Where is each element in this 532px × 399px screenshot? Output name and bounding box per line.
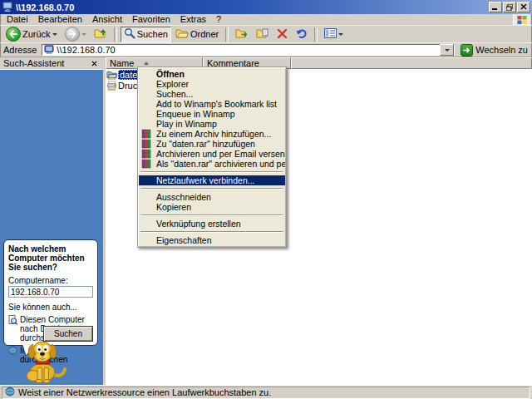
dropdown-arrow-icon xyxy=(445,49,450,52)
search-question: Nach welchem Computer möchten Sie suchen… xyxy=(8,244,93,272)
up-folder-icon xyxy=(94,27,107,41)
context-menu-item-copy[interactable]: Kopieren xyxy=(139,202,285,212)
menu-item-label: Zu einem Archiv hinzufügen... xyxy=(156,129,271,139)
go-icon xyxy=(461,44,473,57)
toolbar-separator xyxy=(314,27,318,42)
folders-label: Ordner xyxy=(190,29,219,39)
menu-separator xyxy=(140,231,283,233)
winrar-icon xyxy=(141,159,151,169)
copy-to-icon xyxy=(256,28,269,41)
address-bar: Adresse \\192.168.0.70 Wechseln zu xyxy=(0,42,532,57)
views-dropdown-icon xyxy=(338,33,343,36)
toolbar-separator xyxy=(114,27,117,42)
menu-item-label: Kopieren xyxy=(156,202,191,212)
context-menu-item-add-to-archive[interactable]: Zu einem Archiv hinzufügen... xyxy=(139,129,285,139)
search-assistant-title: Such-Assistent xyxy=(3,58,64,68)
status-text: Weist einer Netzwerkressource einen Lauf… xyxy=(18,387,271,397)
column-name-label: Name xyxy=(110,58,134,68)
context-menu: Öffnen Explorer Suchen... Add to Winamp'… xyxy=(137,66,287,248)
context-menu-item-archive-as-daten-rar-and-email[interactable]: Als "daten.rar" archivieren und per Emai… xyxy=(139,159,285,169)
address-value[interactable]: \\192.168.0.70 xyxy=(57,45,440,55)
window-title: \\192.168.0.70 xyxy=(16,2,488,12)
menu-extras[interactable]: Extras xyxy=(175,14,211,25)
menu-bar: Datei Bearbeiten Ansicht Favoriten Extra… xyxy=(0,14,532,25)
menu-hilfe[interactable]: ? xyxy=(211,14,226,25)
search-file-icon xyxy=(8,315,17,327)
menu-item-label: Ausschneiden xyxy=(156,192,211,202)
menu-item-label: Eigenschaften xyxy=(156,235,212,245)
restore-button[interactable] xyxy=(503,2,516,12)
menu-ansicht[interactable]: Ansicht xyxy=(87,14,127,25)
context-menu-item-map-network-drive[interactable]: Netzlaufwerk verbinden... xyxy=(139,175,285,185)
windows-logo-icon xyxy=(513,14,530,25)
dog-assistant[interactable] xyxy=(10,340,75,385)
back-button[interactable]: Zurück xyxy=(2,27,61,42)
computername-input[interactable] xyxy=(8,286,93,298)
context-menu-item-archive-and-email[interactable]: Archivieren und per Email versenden... xyxy=(139,149,285,159)
context-menu-item-open[interactable]: Öffnen xyxy=(139,69,285,79)
menu-item-label: Suchen... xyxy=(156,89,193,99)
menu-separator xyxy=(140,214,283,216)
globe-icon xyxy=(5,387,15,398)
menu-favoriten[interactable]: Favoriten xyxy=(127,14,175,25)
context-menu-item-winamp-bookmark[interactable]: Add to Winamp's Bookmark list xyxy=(139,99,285,109)
search-assistant-panel: Such-Assistent Nach welchem Computer möc… xyxy=(0,57,103,385)
folders-icon xyxy=(175,28,189,41)
menu-item-label: Play in Winamp xyxy=(156,119,217,129)
go-label: Wechseln zu xyxy=(475,45,528,55)
move-to-icon xyxy=(235,28,249,41)
context-menu-item-add-to-daten-rar[interactable]: Zu "daten.rar" hinzufügen xyxy=(139,139,285,149)
forward-dropdown-icon xyxy=(81,33,86,36)
computer-icon xyxy=(2,1,13,13)
context-menu-item-explorer[interactable]: Explorer xyxy=(139,79,285,89)
up-button[interactable] xyxy=(91,27,111,42)
context-menu-item-search[interactable]: Suchen... xyxy=(139,89,285,99)
back-dropdown-icon xyxy=(52,33,57,36)
undo-button[interactable] xyxy=(292,27,311,42)
winrar-icon xyxy=(141,129,151,139)
context-menu-item-create-shortcut[interactable]: Verknüpfung erstellen xyxy=(139,219,285,229)
delete-button[interactable] xyxy=(273,27,291,42)
address-field[interactable]: \\192.168.0.70 xyxy=(42,44,455,56)
search-assistant-body: Nach welchem Computer möchten Sie suchen… xyxy=(0,69,103,385)
menu-item-label: Netzlaufwerk verbinden... xyxy=(156,175,254,185)
menu-bearbeiten[interactable]: Bearbeiten xyxy=(33,14,87,25)
menu-separator xyxy=(140,171,283,173)
minimize-button[interactable] xyxy=(489,2,502,12)
move-to-button[interactable] xyxy=(232,27,252,42)
menu-item-label: Als "daten.rar" archivieren und per Emai… xyxy=(156,159,285,169)
search-button[interactable]: Suchen xyxy=(121,27,171,42)
folders-button[interactable]: Ordner xyxy=(172,27,222,42)
address-dropdown-button[interactable] xyxy=(440,44,454,56)
undo-icon xyxy=(295,28,308,41)
context-menu-item-properties[interactable]: Eigenschaften xyxy=(139,235,285,245)
close-sidebar-button[interactable] xyxy=(89,58,100,68)
context-menu-item-cut[interactable]: Ausschneiden xyxy=(139,192,285,202)
copy-to-button[interactable] xyxy=(253,27,273,42)
menu-item-label: Zu "daten.rar" hinzufügen xyxy=(156,139,255,149)
views-button[interactable] xyxy=(321,27,347,42)
winrar-icon xyxy=(141,139,151,149)
search-bubble: Nach welchem Computer möchten Sie suchen… xyxy=(3,239,98,346)
computername-label: Computername: xyxy=(8,276,93,285)
search-assistant-header: Such-Assistent xyxy=(0,57,103,69)
toolbar-separator xyxy=(225,27,229,42)
column-header-filler xyxy=(291,57,532,69)
context-menu-item-winamp-enqueue[interactable]: Enqueue in Winamp xyxy=(139,109,285,119)
menu-datei[interactable]: Datei xyxy=(2,14,33,25)
shared-printer-icon xyxy=(106,81,118,91)
back-icon xyxy=(6,27,21,42)
standard-toolbar: Zurück Suchen Ordner xyxy=(0,25,532,42)
go-button[interactable]: Wechseln zu xyxy=(458,43,530,57)
search-icon xyxy=(124,27,135,41)
menu-item-label: Add to Winamp's Bookmark list xyxy=(156,99,277,109)
explorer-window: \\192.168.0.70 Datei Bearbeiten Ansicht … xyxy=(0,0,532,399)
shared-folder-icon xyxy=(106,70,118,80)
views-icon xyxy=(324,28,337,40)
sort-ascending-icon xyxy=(144,62,149,65)
status-bar: Weist einer Netzwerkressource einen Lauf… xyxy=(0,385,532,399)
forward-button[interactable] xyxy=(62,27,90,42)
context-menu-item-winamp-play[interactable]: Play in Winamp xyxy=(139,119,285,129)
menu-item-label: Explorer xyxy=(156,79,189,89)
close-button[interactable] xyxy=(517,2,530,12)
